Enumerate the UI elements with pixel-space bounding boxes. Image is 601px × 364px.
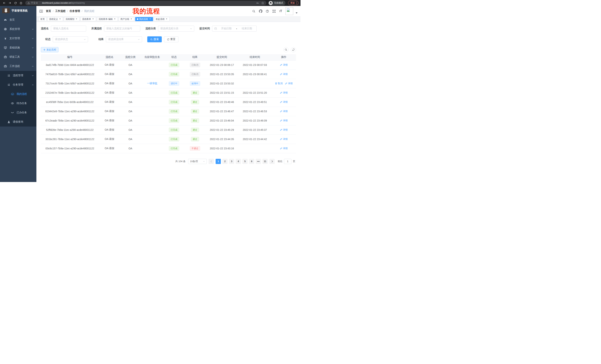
table-search-icon[interactable] [283,47,289,52]
page-size-value: 10条/页 [190,160,198,163]
tab-item[interactable]: 流程定义× [47,17,63,21]
tab-close-icon[interactable]: × [75,18,78,20]
pagination-total: 共 104 条 [175,160,186,163]
detail-action-link[interactable]: 详情 [280,128,288,132]
page-button[interactable]: 11 [262,159,268,164]
breadcrumb-home[interactable]: 首页 [46,10,51,13]
sidebar-item-process-mgmt[interactable]: 流程管理 [0,71,36,80]
caret-down-icon[interactable] [296,11,298,14]
sidebar-item-payment[interactable]: ¥ 支付管理 [0,34,36,43]
password-key-icon[interactable] [256,2,259,4]
sidebar-item-leave-query[interactable]: 请假查询 [0,117,36,126]
detail-action-link[interactable]: 详情 [280,91,288,95]
tab-close-icon[interactable]: × [113,18,116,20]
cell-result: 不通过 [184,144,206,153]
browser-reload-icon[interactable] [13,0,18,5]
detail-action-link[interactable]: 详情 [280,100,288,104]
avatar[interactable] [285,7,293,15]
url-path[interactable]: /bpm/task/my [71,2,85,4]
process-name-input[interactable]: 请输入流程名 [51,26,86,31]
tab-close-icon[interactable]: × [92,18,94,20]
current-task-link[interactable]: 一级审批 [147,82,158,85]
sidebar-logo[interactable]: 芋道管理系统 [0,6,36,15]
result-select[interactable]: 请选择流结果 [106,36,142,42]
cell-result: 通过 [184,97,206,107]
sidebar-item-workflow[interactable]: 工作流程 [0,62,36,71]
cancel-action-link[interactable]: 取消 [275,82,283,85]
page-ellipsis[interactable]: ••• [256,159,261,164]
page-button[interactable]: 5 [242,159,248,164]
chevron-down-icon [32,47,34,49]
category-select[interactable]: 请选择流程分类 [158,26,194,31]
prev-page-button[interactable] [209,159,214,164]
sidebar-item-my-process[interactable]: 我的流程 [0,89,36,99]
browser-update-button[interactable]: 更新 [288,1,299,5]
cell-category: OA [120,60,140,70]
process-definition-input[interactable]: 请输入流程定义的编号 [104,26,140,31]
page-button[interactable]: 3 [229,159,234,164]
tab-close-icon[interactable]: × [59,18,61,20]
sidebar-item-home[interactable]: 首页 [0,15,36,25]
detail-action-link[interactable]: 详情 [280,110,288,113]
bookmark-star-icon[interactable] [261,2,264,4]
tab-item[interactable]: 流程表单-编辑× [97,17,118,21]
tab-item[interactable]: 发起流程× [154,17,170,21]
security-label[interactable]: 不安全 [31,1,38,5]
create-process-button[interactable]: 发起流程 [41,47,59,52]
search-button[interactable]: 搜索 [147,36,162,42]
tab-item[interactable]: 首页 [39,17,46,21]
search-icon[interactable] [252,10,255,13]
sidebar-fold-icon[interactable] [39,10,43,13]
tab-close-icon[interactable]: × [149,18,151,20]
font-size-icon[interactable] [279,9,282,13]
browser-back-icon[interactable] [2,0,7,5]
tab-close-icon[interactable]: × [165,18,168,20]
detail-action-link[interactable]: 详情 [280,119,288,122]
detail-action-link[interactable]: 详情 [280,73,288,76]
page-button[interactable]: 6 [249,159,254,164]
fullscreen-icon[interactable] [272,10,276,13]
breadcrumb-workflow[interactable]: 工作流程 [55,10,66,13]
update-label[interactable]: 更新 [290,1,295,5]
tab-item[interactable]: 我的流程× [135,17,153,21]
breadcrumb-task-mgmt[interactable]: 任务管理 [70,10,80,13]
sidebar-item-infrastructure[interactable]: 基础设施 [0,43,36,52]
goto-page-input[interactable]: 1 [284,159,291,164]
detail-action-link[interactable]: 详情 [285,82,293,85]
sidebar-item-dev-tools[interactable]: 研发工具 [0,52,36,62]
page-size-select[interactable]: 10条/页 [188,159,207,164]
address-bar[interactable]: 不安全 dashboard.yudao.iocoder.cn /bpm/task… [25,1,266,5]
browser-menu-dots-icon[interactable] [296,1,297,4]
tab-item[interactable]: 用户分组× [119,17,134,21]
browser-forward-icon[interactable] [7,0,12,5]
github-icon[interactable] [259,10,262,13]
sidebar-item-todo-tasks[interactable]: 待办任务 [0,99,36,108]
action-label: 详情 [283,119,288,122]
end-date-placeholder[interactable]: 结束日期 [239,27,254,30]
sidebar-item-task-mgmt[interactable]: 任务管理 [0,80,36,89]
table-refresh-icon[interactable] [291,47,296,52]
page-button[interactable]: 4 [236,159,241,164]
page-button[interactable]: 2 [222,159,228,164]
date-range-picker[interactable]: 开始日期 - 结束日期 [212,26,257,31]
tab-item[interactable]: 流程表单× [80,17,96,21]
status-select[interactable]: 请选择状态 [53,36,88,42]
tab-close-icon[interactable]: × [130,18,133,20]
detail-action-link[interactable]: 详情 [280,137,288,141]
action-label: 详情 [283,100,288,104]
sidebar-item-system[interactable]: 系统管理 [0,25,36,34]
help-icon[interactable] [266,10,269,13]
tab-item[interactable]: 流程模型× [64,17,80,21]
browser-home-icon[interactable] [19,0,23,5]
start-date-placeholder[interactable]: 开始日期 [219,27,234,30]
detail-action-link[interactable]: 详情 [280,63,288,67]
detail-action-link[interactable]: 详情 [280,147,288,150]
sidebar-item-done-tasks[interactable]: 已办任务 [0,108,36,117]
url-host[interactable]: dashboard.yudao.iocoder.cn [42,2,71,4]
page-button[interactable]: 1 [216,159,221,164]
next-page-button[interactable] [270,159,275,164]
placeholder-text: 请输入流程名 [53,27,69,30]
reset-button[interactable]: 重置 [164,36,179,42]
filter-process-definition: 所属流程 请输入流程定义的编号 [91,26,140,31]
action-label: 详情 [283,137,288,141]
